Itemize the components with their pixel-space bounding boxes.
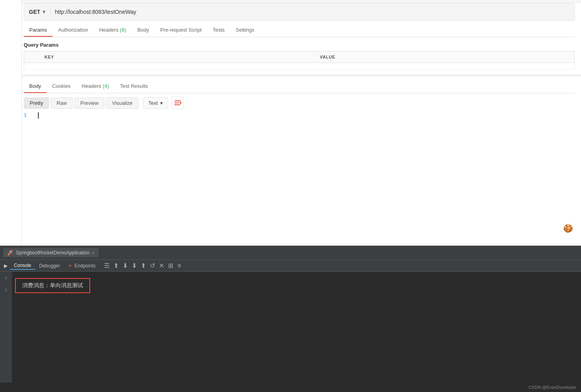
table-row	[24, 63, 575, 70]
tab-pre-request-script[interactable]: Pre-request Script	[155, 24, 207, 37]
value-cell[interactable]	[315, 63, 575, 70]
request-tabs: Params Authorization Headers (6) Body Pr…	[24, 21, 575, 37]
ide-side-scroll-down[interactable]: ↓	[3, 284, 9, 294]
ide-console-area: 消费消息：单向消息测试	[12, 272, 581, 392]
key-cell[interactable]	[40, 63, 315, 70]
url-input[interactable]	[55, 9, 570, 15]
code-area: 1	[24, 112, 575, 119]
tab-tests[interactable]: Tests	[207, 24, 230, 37]
tab-settings[interactable]: Settings	[230, 24, 260, 37]
ide-tab-close-icon[interactable]: ×	[92, 250, 94, 255]
res-tab-body[interactable]: Body	[24, 80, 47, 93]
method-chevron-icon: ▾	[43, 9, 45, 15]
method-selector[interactable]: GET ▾	[29, 9, 50, 15]
bottom-bar-text: CSDN @EvanDeveloper	[528, 385, 576, 390]
code-line-1: 1	[24, 112, 575, 119]
console-message-box: 消费消息：单向消息测试	[15, 278, 90, 293]
method-label: GET	[29, 9, 40, 15]
checkbox-cell[interactable]	[24, 63, 40, 70]
endpoints-icon: ✦	[68, 263, 72, 269]
res-tab-headers[interactable]: Headers (4)	[76, 80, 115, 93]
ide-tool-refresh-icon[interactable]: ↺	[148, 261, 157, 270]
res-tab-test-results[interactable]: Test Results	[114, 80, 153, 93]
tab-authorization[interactable]: Authorization	[53, 24, 94, 37]
ide-tool-up2-icon[interactable]: ⬆	[139, 261, 148, 270]
ide-tool-down2-icon[interactable]: ⬇	[130, 261, 138, 270]
format-visualize-button[interactable]: Visualize	[106, 97, 138, 109]
body-toolbar: Pretty Raw Preview Visualize Text ▾	[24, 97, 575, 109]
line-number-1: 1	[24, 112, 32, 118]
ide-tool-filter-icon[interactable]: ☰	[102, 261, 111, 270]
ide-nav-tabs-row: ▶ Console Debugger ✦ Endpoints ☰ ⬆ ⬇ ⬇ ⬆…	[0, 260, 581, 272]
format-pretty-button[interactable]: Pretty	[24, 97, 49, 109]
dropdown-chevron-icon: ▾	[160, 100, 163, 106]
ide-bottom-bar: CSDN @EvanDeveloper	[0, 383, 581, 392]
ide-arrow-right-icon[interactable]: ▶	[2, 262, 10, 269]
format-raw-button[interactable]: Raw	[51, 97, 73, 109]
top-scrollbar[interactable]	[22, 0, 581, 3]
key-col-header: KEY	[40, 51, 315, 63]
checkbox-col-header	[24, 51, 40, 63]
ide-content: ↑ ↓ 消费消息：单向消息测试	[0, 272, 581, 392]
ide-toolbar: ☰ ⬆ ⬇ ⬇ ⬆ ↺ ✕ ⊞ ≡	[102, 261, 182, 270]
ide-tool-down-icon[interactable]: ⬇	[121, 261, 129, 270]
tab-headers[interactable]: Headers (6)	[94, 24, 132, 37]
ide-sidebar: ↑ ↓	[0, 272, 12, 392]
app-rocket-icon: 🚀	[7, 250, 13, 256]
query-params-title: Query Params	[24, 42, 575, 48]
text-format-dropdown[interactable]: Text ▾	[143, 97, 168, 109]
ide-tool-up-icon[interactable]: ⬆	[112, 261, 120, 270]
wrap-button[interactable]	[171, 97, 184, 109]
wrap-icon	[174, 99, 182, 107]
res-tab-cookies[interactable]: Cookies	[47, 80, 76, 93]
value-col-header: VALUE	[315, 51, 575, 63]
ide-app-tab-label: SpringbootRocketDemoApplication	[16, 250, 89, 256]
tab-params[interactable]: Params	[24, 24, 53, 37]
cookie-icon[interactable]: 🍪	[563, 223, 573, 233]
ide-tabs-bar: 🚀 SpringbootRocketDemoApplication ×	[0, 246, 581, 260]
ide-side-scroll-up[interactable]: ↑	[3, 273, 9, 283]
line-content-1[interactable]	[38, 112, 39, 119]
ide-tool-grid-icon[interactable]: ⊞	[167, 261, 175, 270]
request-bar: GET ▾	[24, 3, 575, 21]
query-params-section: Query Params KEY VALUE	[24, 42, 575, 70]
params-table: KEY VALUE	[24, 51, 575, 70]
ide-tab-endpoints[interactable]: ✦ Endpoints	[64, 262, 100, 269]
ide-tab-console[interactable]: Console	[10, 262, 35, 270]
ide-tab-debugger[interactable]: Debugger	[35, 262, 64, 269]
response-tabs: Body Cookies Headers (4) Test Results	[24, 77, 575, 93]
ide-tool-x-icon[interactable]: ✕	[157, 261, 166, 270]
tab-body[interactable]: Body	[132, 24, 155, 37]
console-message-text: 消费消息：单向消息测试	[22, 282, 83, 289]
format-preview-button[interactable]: Preview	[74, 97, 104, 109]
text-cursor	[38, 112, 39, 119]
ide-tool-menu-icon[interactable]: ≡	[176, 261, 182, 270]
ide-panel: 🚀 SpringbootRocketDemoApplication × ▶ Co…	[0, 246, 581, 392]
ide-app-tab[interactable]: 🚀 SpringbootRocketDemoApplication ×	[3, 248, 98, 257]
